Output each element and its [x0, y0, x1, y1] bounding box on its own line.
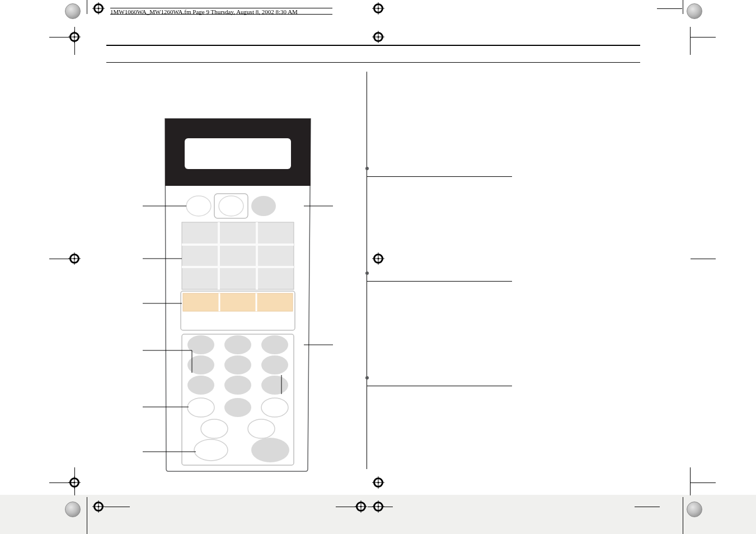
cropmark-vertical [87, 497, 87, 534]
crosshair-icon [372, 31, 384, 43]
svg-point-49 [187, 355, 214, 374]
crosshair-icon [355, 500, 367, 513]
svg-rect-36 [182, 222, 294, 289]
svg-point-24 [74, 258, 76, 260]
bullet-icon [365, 376, 369, 380]
svg-point-81 [98, 506, 100, 508]
column-divider [367, 72, 367, 469]
column-item-rule [367, 176, 512, 177]
svg-point-52 [187, 376, 214, 395]
svg-point-47 [224, 335, 251, 354]
svg-point-53 [224, 376, 251, 395]
cropmark-horizontal [691, 37, 716, 38]
cropmark-vertical [690, 467, 691, 495]
registration-sphere-icon [65, 502, 81, 517]
svg-point-96 [377, 506, 379, 508]
crosshair-icon [68, 31, 81, 43]
column-item-rule [367, 386, 512, 386]
crosshair-icon [372, 252, 384, 265]
cropmark-horizontal [49, 483, 74, 483]
crosshair-icon [372, 2, 384, 15]
crosshair-icon [372, 500, 384, 513]
panel-svg [143, 102, 333, 488]
svg-rect-41 [183, 293, 293, 311]
svg-point-51 [261, 355, 288, 374]
svg-point-91 [377, 482, 379, 484]
cropmark-horizontal [635, 507, 660, 507]
crosshair-icon [372, 476, 384, 489]
crosshair-icon [92, 500, 105, 513]
svg-point-50 [224, 355, 251, 374]
svg-point-19 [377, 36, 379, 38]
cropmark-vertical [683, 0, 683, 14]
cropmark-horizontal [657, 8, 682, 9]
header-underline [110, 14, 332, 15]
svg-point-29 [377, 258, 379, 260]
bullet-icon [365, 167, 369, 170]
svg-point-61 [251, 438, 289, 462]
svg-point-14 [74, 36, 76, 38]
svg-point-46 [187, 335, 214, 354]
svg-point-48 [261, 335, 288, 354]
cropmark-horizontal [691, 483, 716, 483]
cropmark-horizontal [105, 507, 130, 507]
top-rule-light [106, 62, 640, 63]
svg-point-86 [360, 506, 362, 508]
column-item-rule [367, 281, 512, 282]
cropmark-vertical [683, 497, 683, 534]
svg-point-9 [377, 8, 379, 10]
svg-point-56 [224, 398, 251, 417]
svg-point-4 [98, 8, 100, 10]
control-panel-diagram [143, 102, 333, 488]
crosshair-icon [68, 252, 81, 265]
cropmark-vertical [87, 0, 87, 14]
registration-sphere-icon [65, 3, 81, 19]
svg-point-54 [261, 376, 288, 395]
cropmark-horizontal [691, 259, 716, 259]
registration-sphere-icon [687, 3, 702, 19]
svg-point-35 [251, 196, 276, 216]
svg-rect-31 [185, 138, 291, 169]
crosshair-icon [92, 2, 105, 15]
bullet-icon [365, 271, 369, 275]
page-root: 1MW1060WA_MW1260WA.fm Page 9 Thursday, A… [0, 0, 756, 534]
top-rule-heavy [106, 45, 640, 46]
cropmark-vertical [690, 27, 691, 55]
registration-sphere-icon [687, 502, 702, 517]
